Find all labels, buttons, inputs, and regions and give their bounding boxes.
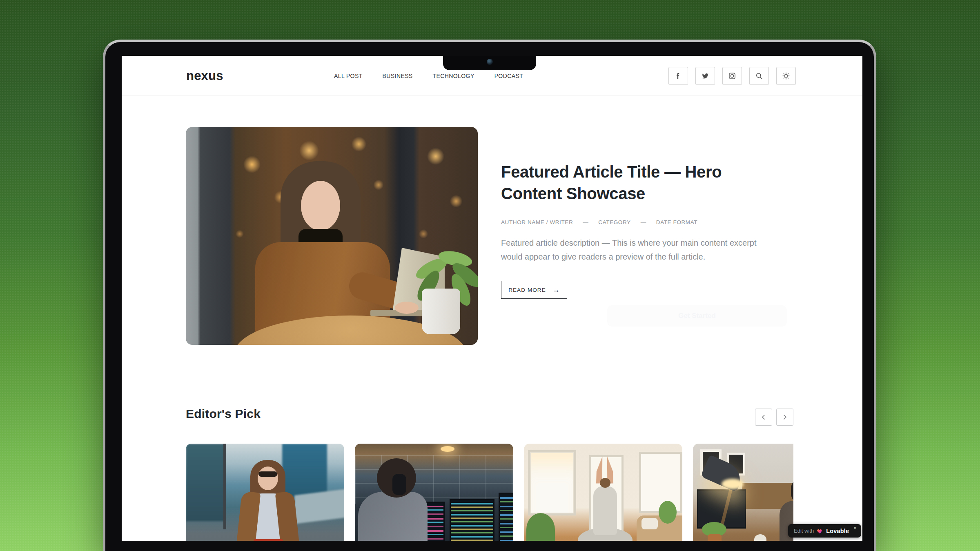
photo-woman-face: [301, 181, 340, 231]
featured-article-title: Featured Article Title — Hero Content Sh…: [501, 161, 764, 204]
instagram-button[interactable]: [722, 67, 742, 85]
card-yoga-at-home-photo[interactable]: [524, 444, 682, 541]
nav-item-all-post[interactable]: ALL POST: [334, 73, 363, 79]
carousel-prev-button[interactable]: [755, 409, 772, 426]
photo-small-pot: [754, 534, 766, 541]
photo-woman-torso: [593, 486, 617, 535]
photo-building: [186, 444, 225, 521]
photo-plant-pot: [708, 534, 722, 541]
photo-red-belt: [254, 539, 283, 541]
twitter-button[interactable]: [695, 67, 715, 85]
photo-sunglasses: [258, 471, 277, 477]
featured-article-meta: AUTHOR NAME / WRITER — CATEGORY — DATE F…: [501, 219, 799, 225]
card-developer-workspace-photo[interactable]: [355, 444, 513, 541]
arrow-right-icon: →: [552, 286, 560, 294]
card-home-office-photo[interactable]: [693, 444, 793, 541]
chevron-right-icon: [782, 414, 788, 420]
search-icon: [755, 72, 763, 80]
meta-author: AUTHOR NAME / WRITER: [501, 219, 573, 225]
photo-window: [639, 452, 682, 513]
featured-article-image[interactable]: [186, 127, 478, 345]
laptop-screen: nexus ALL POST BUSINESS TECHNOLOGY PODCA…: [122, 56, 862, 541]
badge-prefix: Edit with: [794, 528, 814, 534]
editors-pick-heading: Editor's Pick: [186, 407, 261, 421]
photo-plant: [526, 513, 555, 541]
meta-date: DATE FORMAT: [656, 219, 697, 225]
sun-icon: [782, 72, 790, 80]
badge-close-icon[interactable]: ×: [853, 525, 856, 531]
photo-plant-pot: [422, 289, 460, 334]
photo-headphones: [392, 474, 406, 495]
nav-item-business[interactable]: BUSINESS: [383, 73, 413, 79]
meta-separator: —: [641, 219, 646, 225]
nav-item-technology[interactable]: TECHNOLOGY: [433, 73, 474, 79]
photo-window: [528, 450, 576, 515]
editors-pick-carousel: [186, 444, 793, 541]
lovable-badge[interactable]: Edit with Lovable ×: [788, 524, 861, 538]
chevron-left-icon: [761, 414, 766, 420]
meta-category: CATEGORY: [598, 219, 630, 225]
laptop-notch: [443, 56, 536, 70]
photo-street-pole: [223, 444, 226, 529]
featured-article-description: Featured article description — This is w…: [501, 236, 771, 264]
featured-article-content: Featured Article Title — Hero Content Sh…: [501, 161, 799, 299]
photo-man-body: [358, 492, 428, 541]
lovable-heart-icon: [817, 528, 823, 534]
facebook-button[interactable]: [668, 67, 688, 85]
card-street-style-photo[interactable]: [186, 444, 344, 541]
photo-hair-bun: [600, 478, 610, 488]
instagram-icon: [728, 72, 736, 80]
read-more-button[interactable]: READ MORE →: [501, 281, 567, 299]
photo-code-monitor: [450, 499, 494, 541]
theme-toggle-button[interactable]: [776, 67, 796, 85]
camera-dot: [487, 59, 493, 65]
photo-hand: [395, 302, 419, 314]
photo-woman-face: [258, 467, 278, 490]
photo-ceiling-light: [441, 446, 454, 452]
photo-lamp-glow: [722, 479, 744, 489]
ghost-get-started-button: Get Started: [607, 305, 787, 327]
meta-separator: —: [583, 219, 588, 225]
carousel-next-button[interactable]: [776, 409, 793, 426]
desktop-background: nexus ALL POST BUSINESS TECHNOLOGY PODCA…: [0, 0, 980, 551]
badge-brand: Lovable: [826, 528, 849, 534]
carousel-track: [186, 444, 793, 541]
header-icon-row: [668, 67, 796, 85]
photo-cushion: [641, 518, 658, 529]
search-button[interactable]: [749, 67, 769, 85]
read-more-label: READ MORE: [508, 287, 546, 293]
nav-item-podcast[interactable]: PODCAST: [494, 73, 523, 79]
site-logo[interactable]: nexus: [186, 69, 223, 83]
facebook-icon: [674, 72, 682, 80]
photo-code-monitor: [499, 493, 513, 541]
twitter-icon: [701, 72, 709, 80]
photo-plant: [659, 501, 677, 524]
